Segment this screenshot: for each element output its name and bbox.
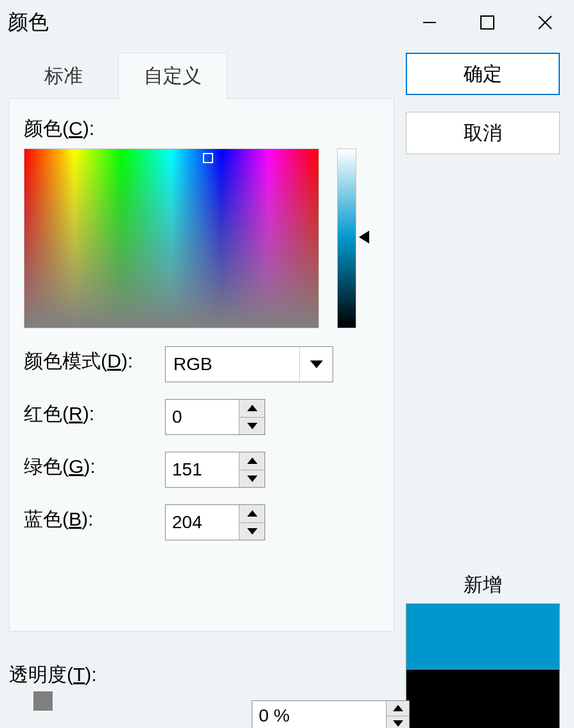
arrow-down-icon: [247, 423, 257, 429]
arrow-down-icon: [247, 475, 257, 482]
chevron-down-icon: [299, 347, 333, 382]
arrow-down-icon: [393, 720, 403, 727]
swatch-new: [406, 603, 560, 669]
tabs: 标准 自定义: [9, 53, 394, 99]
maximize-button[interactable]: [458, 0, 516, 45]
transparency-stepper-down[interactable]: [387, 716, 409, 729]
red-value: 0: [166, 400, 239, 434]
window-title: 颜色: [8, 8, 49, 37]
green-label: 绿色(G):: [24, 454, 165, 480]
colors-label: 颜色(C):: [24, 116, 379, 142]
red-stepper-up[interactable]: [239, 400, 265, 418]
blue-label: 蓝色(B):: [24, 506, 165, 533]
red-stepper[interactable]: 0: [165, 399, 265, 435]
green-stepper-up[interactable]: [239, 452, 265, 470]
maximize-icon: [479, 14, 496, 31]
titlebar: 颜色: [0, 0, 574, 45]
transparency-stepper[interactable]: 0 %: [252, 700, 410, 728]
blue-value: 204: [166, 505, 239, 540]
tab-standard[interactable]: 标准: [9, 53, 118, 99]
red-stepper-down[interactable]: [239, 418, 265, 435]
blue-stepper-up[interactable]: [239, 505, 265, 523]
color-spectrum[interactable]: [24, 148, 319, 328]
arrow-up-icon: [247, 510, 257, 517]
close-icon: [536, 13, 554, 31]
transparency-value: 0 %: [252, 701, 386, 728]
cancel-button[interactable]: 取消: [406, 112, 560, 154]
swatch-preview: [406, 603, 560, 728]
arrow-up-icon: [247, 405, 257, 411]
luminance-arrow-icon: [359, 231, 369, 244]
blue-stepper-down[interactable]: [239, 523, 265, 540]
minimize-icon: [421, 13, 439, 31]
window-controls: [401, 0, 574, 45]
close-button[interactable]: [516, 0, 574, 45]
tab-custom[interactable]: 自定义: [118, 53, 227, 99]
transparency-stepper-up[interactable]: [387, 701, 409, 716]
spectrum-crosshair: [203, 153, 213, 163]
red-label: 红色(R):: [24, 401, 165, 427]
color-model-value: RGB: [166, 347, 299, 382]
luminance-slider[interactable]: [337, 148, 356, 328]
minimize-button[interactable]: [401, 0, 458, 45]
arrow-up-icon: [247, 457, 257, 464]
arrow-up-icon: [393, 705, 403, 711]
green-value: 151: [166, 452, 239, 487]
new-swatch-label: 新增: [464, 572, 502, 598]
tab-panel-custom: 颜色(C): 颜色模式(D): RGB 红色(R): 0: [9, 98, 394, 632]
transparency-slider-thumb[interactable]: [33, 691, 53, 711]
transparency-label: 透明度(T):: [9, 662, 97, 688]
ok-button[interactable]: 确定: [406, 53, 560, 95]
color-model-select[interactable]: RGB: [165, 346, 333, 382]
arrow-down-icon: [247, 528, 257, 535]
blue-stepper[interactable]: 204: [165, 504, 265, 540]
swatch-current: [406, 669, 560, 728]
svg-rect-1: [481, 16, 494, 29]
color-model-label: 颜色模式(D):: [24, 348, 165, 375]
green-stepper[interactable]: 151: [165, 452, 265, 488]
green-stepper-down[interactable]: [239, 470, 265, 488]
